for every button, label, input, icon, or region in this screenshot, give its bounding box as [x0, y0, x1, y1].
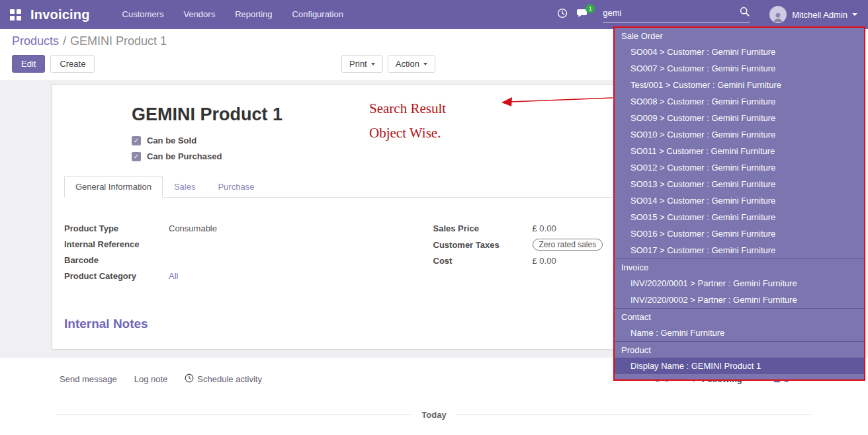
- breadcrumb-current: GEMINI Product 1: [70, 34, 167, 48]
- schedule-activity-link[interactable]: Schedule activity: [185, 374, 262, 385]
- tax-tag[interactable]: Zero rated sales: [533, 239, 603, 251]
- search-result-item[interactable]: SO014 > Customer : Gemini Furniture: [615, 192, 864, 209]
- messages-button[interactable]: 1: [572, 0, 592, 29]
- search-result-item[interactable]: SO004 > Customer : Gemini Furniture: [615, 44, 864, 60]
- log-note-link[interactable]: Log note: [134, 374, 168, 384]
- top-navbar: Invoicing CustomersVendorsReportingConfi…: [0, 0, 868, 29]
- field-label: Sales Price: [433, 223, 533, 233]
- field-label: Customer Taxes: [433, 240, 533, 250]
- edit-button[interactable]: Edit: [12, 55, 45, 73]
- search-result-item[interactable]: INV/2020/0002 > Partner : Gemini Furnitu…: [615, 292, 864, 308]
- annotation-line-1: Search Result: [369, 97, 446, 121]
- message-count-badge: 1: [586, 4, 595, 13]
- search-dropdown: Sale OrderSO004 > Customer : Gemini Furn…: [613, 26, 865, 381]
- search-result-item[interactable]: SO012 > Customer : Gemini Furniture: [615, 159, 864, 176]
- search-result-item[interactable]: SO013 > Customer : Gemini Furniture: [615, 176, 864, 192]
- global-search-input[interactable]: [603, 8, 740, 18]
- tab-purchase[interactable]: Purchase: [206, 176, 265, 198]
- user-avatar: [769, 6, 787, 23]
- field-label: Cost: [433, 256, 533, 266]
- caret-down-icon: [852, 13, 857, 16]
- field-value[interactable]: All: [169, 271, 178, 281]
- search-group-header: Contact: [615, 308, 864, 325]
- search-result-item[interactable]: SO016 > Customer : Gemini Furniture: [615, 225, 864, 242]
- annotation-arrow: [500, 93, 614, 108]
- search-result-item[interactable]: SO010 > Customer : Gemini Furniture: [615, 126, 864, 143]
- field-row: Internal Reference: [64, 239, 433, 250]
- search-result-item[interactable]: INV/2020/0001 > Partner : Gemini Furnitu…: [615, 275, 864, 292]
- center-actions: Print Action: [341, 55, 440, 73]
- search-result-item[interactable]: SO008 > Customer : Gemini Furniture: [615, 93, 864, 110]
- activities-button[interactable]: [552, 0, 572, 29]
- search-group-header: Invoice: [615, 258, 864, 275]
- field-row: Barcode: [64, 255, 433, 266]
- field-value: Zero rated sales: [533, 239, 603, 251]
- nav-menu-vendors[interactable]: Vendors: [173, 0, 225, 29]
- date-divider: Today: [57, 410, 811, 420]
- annotation-text: Search Result Object Wise.: [369, 97, 446, 145]
- breadcrumb-products-link[interactable]: Products: [12, 34, 59, 48]
- nav-menu-customers[interactable]: Customers: [112, 0, 174, 29]
- search-result-item[interactable]: Display Name : GEMINI Product 1: [615, 358, 864, 374]
- checkbox[interactable]: ✓: [132, 152, 141, 161]
- user-menu[interactable]: Mitchell Admin: [769, 6, 857, 23]
- search-result-item[interactable]: SO011 > Customer : Gemini Furniture: [615, 143, 864, 159]
- tab-general-information[interactable]: General Information: [64, 176, 163, 198]
- search-result-item[interactable]: SO015 > Customer : Gemini Furniture: [615, 209, 864, 225]
- navbar-menu: CustomersVendorsReportingConfiguration: [112, 0, 353, 29]
- field-value: £ 0.00: [533, 223, 556, 233]
- apps-menu-button[interactable]: [0, 0, 30, 29]
- create-button[interactable]: Create: [50, 55, 95, 73]
- field-value: Consumable: [169, 223, 217, 233]
- action-dropdown-button[interactable]: Action: [388, 55, 435, 73]
- send-message-link[interactable]: Send message: [60, 374, 117, 384]
- date-divider-label: Today: [411, 410, 456, 420]
- user-name: Mitchell Admin: [792, 10, 847, 20]
- apps-grid-icon: [10, 9, 21, 20]
- search-result-item[interactable]: SO007 > Customer : Gemini Furniture: [615, 60, 864, 77]
- search-result-item[interactable]: Test/001 > Customer : Gemini Furniture: [615, 77, 864, 93]
- tab-sales[interactable]: Sales: [163, 176, 207, 198]
- checkbox[interactable]: ✓: [132, 136, 141, 145]
- field-label: Product Category: [64, 271, 169, 281]
- annotation-line-2: Object Wise.: [369, 121, 446, 145]
- search-result-item[interactable]: SO009 > Customer : Gemini Furniture: [615, 110, 864, 126]
- caret-down-icon: [423, 63, 427, 65]
- field-label: Product Type: [64, 223, 169, 233]
- breadcrumb-separator: /: [63, 34, 66, 48]
- search-icon[interactable]: [740, 7, 750, 19]
- caret-down-icon: [371, 63, 375, 65]
- field-label: Internal Reference: [64, 239, 169, 249]
- clock-icon: [557, 8, 568, 21]
- search-group-header: Product: [615, 341, 864, 358]
- field-label: Barcode: [64, 255, 169, 265]
- search-result-item[interactable]: Name : Gemini Furniture: [615, 325, 864, 341]
- field-row: Product TypeConsumable: [64, 223, 433, 234]
- field-value: £ 0.00: [533, 256, 556, 266]
- search-result-item[interactable]: SO017 > Customer : Gemini Furniture: [615, 242, 864, 258]
- global-search-box: [603, 7, 750, 22]
- fields-left: Product TypeConsumableInternal Reference…: [64, 223, 433, 286]
- print-dropdown-button[interactable]: Print: [341, 55, 383, 73]
- search-group-header: Sale Order: [615, 28, 864, 44]
- checkbox-label: Can be Sold: [147, 136, 196, 145]
- nav-menu-configuration[interactable]: Configuration: [282, 0, 353, 29]
- field-row: Product CategoryAll: [64, 270, 433, 282]
- clock-icon: [185, 374, 194, 385]
- app-name: Invoicing: [30, 7, 90, 22]
- nav-menu-reporting[interactable]: Reporting: [225, 0, 282, 29]
- checkbox-label: Can be Purchased: [147, 151, 222, 161]
